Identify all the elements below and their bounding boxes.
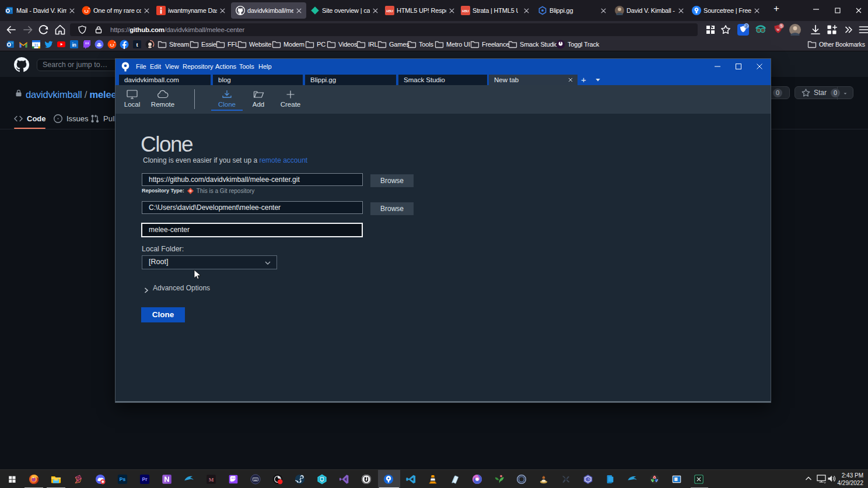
svg-text:Pr: Pr [142, 476, 148, 482]
svg-text:Ps: Ps [120, 476, 126, 482]
svg-text:H5U: H5U [386, 9, 393, 13]
svg-text:H5U: H5U [462, 9, 468, 13]
svg-text:5: 5 [780, 23, 782, 29]
svg-text:31: 31 [34, 43, 38, 47]
svg-text:2: 2 [745, 23, 747, 29]
svg-text:M: M [209, 477, 214, 483]
svg-text:in: in [72, 42, 76, 48]
